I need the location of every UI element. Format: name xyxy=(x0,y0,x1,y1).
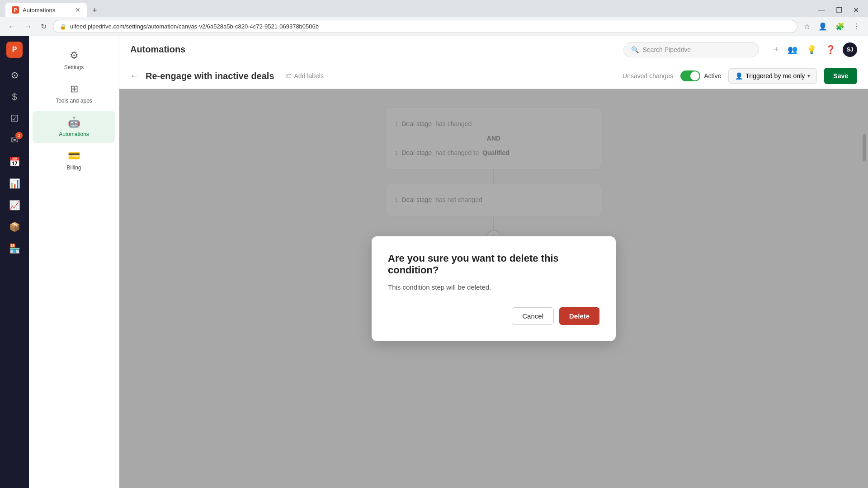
marketplace-icon: 🏪 xyxy=(9,243,20,254)
user-avatar[interactable]: SJ xyxy=(843,42,857,57)
dialog-body: This condition step will be deleted. xyxy=(388,283,599,291)
label-icon: 🏷 xyxy=(285,72,292,80)
main-content: Automations 🔍 Search Pipedrive + 👥 💡 ❓ S… xyxy=(119,36,868,488)
sidebar-nav-mail[interactable]: ✉ 2 xyxy=(5,130,24,150)
maximize-button[interactable]: ❐ xyxy=(832,4,846,16)
toolbar-actions: ☆ 👤 🧩 ⋮ xyxy=(801,20,863,33)
sidebar-nav-products[interactable]: 📦 xyxy=(5,217,24,237)
browser-tabs: P Automations ✕ + xyxy=(5,3,101,17)
top-bar: Automations 🔍 Search Pipedrive + 👥 💡 ❓ S… xyxy=(119,36,868,63)
automation-toolbar: ← Re-engage with inactive deals 🏷 Add la… xyxy=(119,63,868,89)
tasks-icon: ☑ xyxy=(10,113,19,124)
search-placeholder: Search Pipedrive xyxy=(642,46,691,53)
lock-icon: 🔒 xyxy=(60,23,66,30)
delete-button[interactable]: Delete xyxy=(559,307,599,325)
address-bar[interactable]: 🔒 uifeed.pipedrive.com/settings/automati… xyxy=(53,20,797,33)
automation-back-button[interactable]: ← xyxy=(130,71,138,81)
automations-icon: 🤖 xyxy=(68,117,80,128)
save-button[interactable]: Save xyxy=(824,68,857,84)
sidebar-item-tools-and-apps[interactable]: ⊞ Tools and apps xyxy=(33,78,115,109)
minimize-button[interactable]: — xyxy=(814,4,829,16)
toolbar-right: Unsaved changes Active 👤 Triggered by me… xyxy=(623,68,857,84)
help-button[interactable]: ❓ xyxy=(824,43,837,56)
sidebar-nav-reports[interactable]: 📊 xyxy=(5,174,24,193)
toggle-control[interactable] xyxy=(680,70,700,81)
dialog-title: Are you sure you want to delete this con… xyxy=(388,253,599,276)
sidebar-nav-calendar[interactable]: 📅 xyxy=(5,152,24,172)
add-button[interactable]: + xyxy=(772,43,780,56)
unsaved-changes-label: Unsaved changes xyxy=(623,72,673,80)
sidebar-item-billing[interactable]: 💳 Billing xyxy=(33,145,115,176)
analytics-icon: 📈 xyxy=(9,200,20,211)
sidebar-nav-marketplace[interactable]: 🏪 xyxy=(5,239,24,258)
add-labels-text: Add labels xyxy=(294,72,324,80)
back-nav-button[interactable]: ← xyxy=(5,21,18,33)
page-title: Automations xyxy=(130,44,185,55)
window-controls: — ❐ ✕ xyxy=(814,4,863,16)
products-icon: 📦 xyxy=(9,221,20,232)
app-logo: P xyxy=(6,42,23,58)
active-toggle[interactable]: Active xyxy=(680,70,721,81)
automations-label: Automations xyxy=(59,131,89,137)
tools-label: Tools and apps xyxy=(56,98,92,104)
close-button[interactable]: ✕ xyxy=(849,4,863,16)
browser-titlebar: P Automations ✕ + — ❐ ✕ xyxy=(0,0,868,17)
reports-icon: 📊 xyxy=(9,178,20,189)
forward-nav-button[interactable]: → xyxy=(22,21,34,33)
sidebar-nav-deals[interactable]: $ xyxy=(5,87,24,107)
refresh-button[interactable]: ↻ xyxy=(38,20,49,33)
sidebar-nav-activity[interactable]: ⊙ xyxy=(5,65,24,85)
sidebar-item-automations[interactable]: 🤖 Automations xyxy=(33,111,115,143)
menu-button[interactable]: ⋮ xyxy=(850,20,863,33)
add-labels-button[interactable]: 🏷 Add labels xyxy=(285,72,324,80)
cancel-button[interactable]: Cancel xyxy=(512,307,554,325)
top-bar-actions: + 👥 💡 ❓ SJ xyxy=(772,42,857,57)
contacts-button[interactable]: 👥 xyxy=(786,43,799,56)
sidebar-nav-analytics[interactable]: 📈 xyxy=(5,195,24,215)
active-tab[interactable]: P Automations ✕ xyxy=(5,3,87,17)
calendar-icon: 📅 xyxy=(9,156,20,167)
active-label: Active xyxy=(704,72,721,80)
sidebar-item-settings[interactable]: ⚙ Settings xyxy=(33,44,115,76)
url-text: uifeed.pipedrive.com/settings/automation… xyxy=(70,23,791,30)
sidebar-wide: ⚙ Settings ⊞ Tools and apps 🤖 Automation… xyxy=(29,36,119,488)
lightbulb-button[interactable]: 💡 xyxy=(805,43,818,56)
dialog-actions: Cancel Delete xyxy=(388,307,599,325)
trigger-button[interactable]: 👤 Triggered by me only ▾ xyxy=(728,68,817,84)
browser-profile-button[interactable]: 👤 xyxy=(816,20,830,33)
mail-badge: 2 xyxy=(15,132,23,139)
toggle-knob xyxy=(690,71,699,80)
trigger-label: Triggered by me only xyxy=(745,72,805,80)
settings-icon: ⚙ xyxy=(70,50,79,61)
billing-icon: 💳 xyxy=(68,150,80,162)
settings-label: Settings xyxy=(64,64,84,70)
deals-icon: $ xyxy=(12,92,17,102)
tools-icon: ⊞ xyxy=(70,83,78,95)
billing-label: Billing xyxy=(66,164,81,171)
canvas-area: 1 Deal stage has changed AND 1 Deal stag… xyxy=(119,89,868,488)
search-bar[interactable]: 🔍 Search Pipedrive xyxy=(623,42,759,57)
user-icon: 👤 xyxy=(735,72,743,80)
sidebar-nav-tasks[interactable]: ☑ xyxy=(5,108,24,128)
app: P ⊙ $ ☑ ✉ 2 📅 📊 📈 📦 🏪 ⚙ Settings ⊞ Tools… xyxy=(0,36,868,488)
extensions-button[interactable]: 🧩 xyxy=(833,20,847,33)
new-tab-button[interactable]: + xyxy=(89,4,101,17)
sidebar-narrow: P ⊙ $ ☑ ✉ 2 📅 📊 📈 📦 🏪 xyxy=(0,36,29,488)
activity-icon: ⊙ xyxy=(11,70,19,80)
modal-overlay: Are you sure you want to delete this con… xyxy=(119,89,868,488)
delete-condition-dialog: Are you sure you want to delete this con… xyxy=(372,236,616,341)
tab-favicon: P xyxy=(12,6,19,14)
browser-chrome: P Automations ✕ + — ❐ ✕ ← → ↻ 🔒 uifeed.p… xyxy=(0,0,868,36)
star-button[interactable]: ☆ xyxy=(801,20,813,33)
search-icon: 🔍 xyxy=(631,46,639,53)
browser-toolbar: ← → ↻ 🔒 uifeed.pipedrive.com/settings/au… xyxy=(0,17,868,36)
tab-label: Automations xyxy=(23,7,55,14)
automation-name: Re-engage with inactive deals xyxy=(146,71,274,81)
chevron-down-icon: ▾ xyxy=(807,73,810,79)
tab-close-btn[interactable]: ✕ xyxy=(75,6,80,14)
